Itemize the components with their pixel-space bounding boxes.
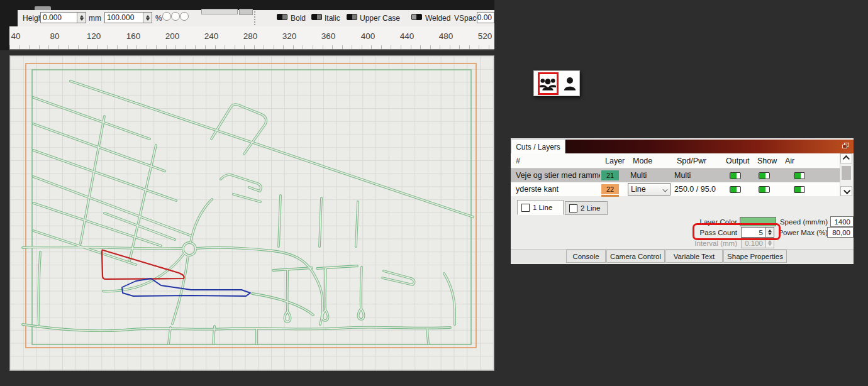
mode-dropdown-value: Line xyxy=(631,185,646,194)
upper-case-toggle[interactable] xyxy=(347,14,357,20)
layers-scrollbar[interactable] xyxy=(840,153,852,196)
tab-console[interactable]: Console xyxy=(566,250,606,263)
floating-tool-buttons xyxy=(533,70,580,96)
air-toggle[interactable] xyxy=(794,186,805,193)
ellipse-button-2[interactable] xyxy=(171,12,180,21)
layer-mode[interactable]: Multi xyxy=(628,171,672,180)
road-network-outline xyxy=(23,81,473,344)
mode-dropdown[interactable]: Line xyxy=(628,183,670,196)
interval-spinner[interactable] xyxy=(766,238,774,248)
height-input[interactable]: 0.000 xyxy=(40,12,86,23)
speed-input[interactable]: 1400 xyxy=(830,216,854,227)
next-layer-color-peek xyxy=(601,195,619,197)
upper-case-label: Upper Case xyxy=(360,14,400,23)
map-drawing xyxy=(10,56,494,370)
pass-count-spinner[interactable] xyxy=(766,227,774,238)
ruler-tick: 520 xyxy=(478,31,492,41)
italic-label: Italic xyxy=(325,14,340,23)
air-toggle[interactable] xyxy=(794,172,805,179)
scroll-up-button[interactable] xyxy=(840,153,852,163)
ruler-minor-ticks xyxy=(9,45,494,49)
layer-row-veje-og-stier[interactable]: Veje og stier med ramme 21 Multi Multi xyxy=(511,168,840,182)
red-selection-shape[interactable] xyxy=(102,250,184,280)
pass-count-label: Pass Count xyxy=(700,229,737,236)
speed-label: Speed (mm/m) xyxy=(780,218,828,226)
layer-color-swatch[interactable] xyxy=(740,217,776,226)
col-output: Output xyxy=(721,157,752,165)
scrollbar-thumb[interactable] xyxy=(842,166,851,180)
tab-shape-properties[interactable]: Shape Properties xyxy=(723,250,787,263)
layer-row-yderste-kant[interactable]: yderste kant 22 Line 250.0 / 95.0 xyxy=(511,182,840,196)
ruler-tick: 200 xyxy=(165,31,180,41)
scale-unit: % xyxy=(155,14,162,23)
line2-color-swatch xyxy=(569,204,577,212)
toolbar-separator xyxy=(254,11,255,25)
clipped-dropdown[interactable] xyxy=(201,9,238,14)
show-toggle[interactable] xyxy=(759,172,770,179)
show-toggle[interactable] xyxy=(759,186,770,193)
tab-cuts-layers[interactable]: Cuts / Layers xyxy=(511,140,565,153)
ruler-tick: 80 xyxy=(50,31,59,41)
design-canvas[interactable] xyxy=(9,55,494,371)
layer-color-label: Layer Color xyxy=(700,218,737,226)
output-toggle[interactable] xyxy=(730,172,741,179)
layer-color-badge[interactable]: 22 xyxy=(601,184,619,194)
tab-2-line-label: 2 Line xyxy=(581,204,600,212)
tab-1-line[interactable]: 1 Line xyxy=(517,200,564,215)
blue-selection-shape[interactable] xyxy=(122,278,250,296)
ruler-tick: 400 xyxy=(361,31,376,41)
italic-toggle[interactable] xyxy=(311,14,322,20)
pass-count-input[interactable]: 5 xyxy=(741,227,766,238)
height-unit: mm xyxy=(89,14,101,23)
scale-input[interactable]: 100.000 xyxy=(104,12,152,23)
ruler-tick: 160 xyxy=(126,31,141,41)
layers-table-header: # Layer Mode Spd/Pwr Output Show Air xyxy=(511,153,840,168)
ellipse-button-3[interactable] xyxy=(180,12,189,21)
bold-toggle[interactable] xyxy=(277,14,287,20)
col-show: Show xyxy=(752,157,780,165)
welded-toggle[interactable] xyxy=(411,14,422,20)
vspace-input[interactable]: 0.00 xyxy=(477,12,494,23)
ellipse-button-1[interactable] xyxy=(162,12,171,21)
tab-variable-text[interactable]: Variable Text xyxy=(665,250,723,263)
ruler-tick: 320 xyxy=(282,31,297,41)
tab-1-line-label: 1 Line xyxy=(533,204,552,211)
scale-spinner[interactable] xyxy=(143,13,152,23)
line1-color-swatch xyxy=(521,204,530,212)
layer-spdpwr: 250.0 / 95.0 xyxy=(672,185,721,194)
cuts-layers-panel: Cuts / Layers # Layer Mode Spd/Pwr Outpu… xyxy=(511,138,854,264)
scroll-down-button[interactable] xyxy=(840,186,852,196)
layer-name: Veje og stier med ramme xyxy=(511,171,600,180)
tab-2-line[interactable]: 2 Line xyxy=(565,201,608,215)
chevron-up-icon xyxy=(842,155,849,162)
single-user-icon xyxy=(562,75,578,92)
single-user-button[interactable] xyxy=(560,74,579,94)
toolbar-left-gap xyxy=(0,10,18,26)
outer-frame-orange[interactable] xyxy=(26,63,476,348)
col-spdpwr: Spd/Pwr xyxy=(672,157,721,165)
bold-label: Bold xyxy=(291,14,306,23)
layer-color-badge[interactable]: 21 xyxy=(601,170,619,180)
output-toggle[interactable] xyxy=(730,186,741,193)
welded-label: Welded xyxy=(425,14,450,23)
horizontal-ruler: 40 80 120 160 200 240 280 320 360 400 44… xyxy=(9,26,494,50)
group-users-button[interactable] xyxy=(538,74,557,94)
vspace-value: 0.00 xyxy=(477,13,492,22)
float-window-icon[interactable] xyxy=(842,143,849,149)
tab-camera-control[interactable]: Camera Control xyxy=(606,250,665,263)
power-max-input[interactable]: 80,00 xyxy=(827,227,854,238)
chevron-down-icon xyxy=(663,187,668,192)
text-options-toolbar: Height 0.000 mm 100.000 % Bold Italic Up… xyxy=(0,10,494,27)
height-spinner[interactable] xyxy=(77,13,86,23)
col-mode: Mode xyxy=(628,157,672,165)
scale-value: 100.000 xyxy=(107,13,134,22)
interval-input[interactable]: 0.100 xyxy=(741,238,766,248)
layer-name: yderste kant xyxy=(511,185,600,194)
ruler-tick: 440 xyxy=(400,31,415,41)
ruler-tick: 40 xyxy=(11,31,20,41)
ruler-tick: 480 xyxy=(439,31,453,41)
col-layer: Layer xyxy=(600,157,628,165)
ruler-tick: 280 xyxy=(243,31,258,41)
col-air: Air xyxy=(780,157,840,165)
clipped-button[interactable] xyxy=(239,9,253,15)
